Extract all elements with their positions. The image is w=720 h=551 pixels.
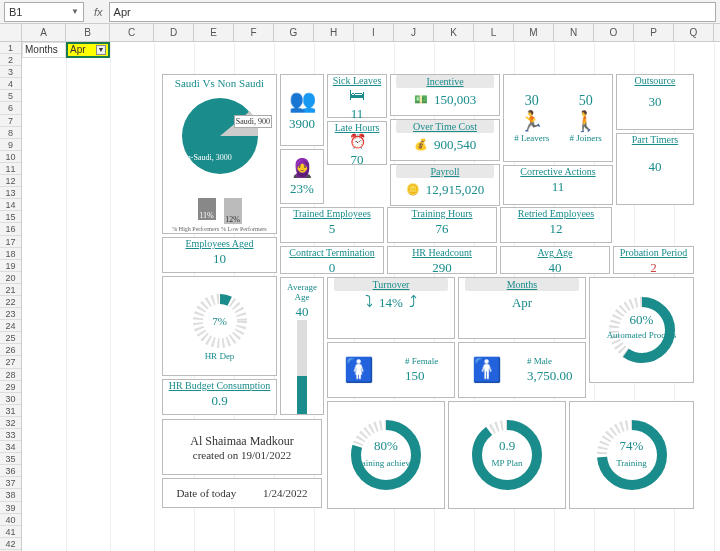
col-header[interactable]: O [594,24,634,41]
female-icon: 🚺 [344,356,374,384]
cell-b1-dropdown[interactable]: Apr▼ [66,42,110,58]
walker-icon: 🚶 [570,109,602,133]
col-header[interactable]: D [154,24,194,41]
payroll-title: Payroll [396,165,493,178]
formula-bar[interactable]: Apr [109,2,716,22]
col-header[interactable]: M [514,24,554,41]
row-header[interactable]: 31 [0,405,21,417]
author: Al Shaimaa Madkour [190,434,293,449]
row-header[interactable]: 28 [0,369,21,381]
male-icon: 🚹 [472,356,502,384]
col-header[interactable]: L [474,24,514,41]
row-header[interactable]: 41 [0,526,21,538]
row-header[interactable]: 27 [0,356,21,368]
row-header[interactable]: 15 [0,211,21,223]
row-header[interactable]: 10 [0,151,21,163]
donut-train [592,415,672,495]
runner-icon: 🏃 [514,109,549,133]
row-header[interactable]: 29 [0,381,21,393]
svg-point-8 [477,425,537,485]
select-all-corner[interactable] [0,24,22,41]
fx-label: fx [94,6,103,18]
row-header[interactable]: 17 [0,236,21,248]
row-header[interactable]: 30 [0,393,21,405]
donut-tach [346,415,426,495]
col-header[interactable]: I [354,24,394,41]
svg-point-6 [356,425,416,485]
row-header[interactable]: 1 [0,42,21,54]
cell-a1[interactable]: Months [22,42,66,58]
row-header[interactable]: 11 [0,163,21,175]
sick-title: Sick Leaves [333,75,382,86]
row-header[interactable]: 39 [0,502,21,514]
col-header[interactable]: H [314,24,354,41]
row-header[interactable]: 23 [0,308,21,320]
people-count: 3900 [289,116,315,132]
row-header[interactable]: 2 [0,54,21,66]
dropdown-icon[interactable]: ▼ [96,45,106,55]
person-icon: 🧕 [291,157,313,179]
col-header[interactable]: N [554,24,594,41]
cash-icon: 💵 [414,93,428,106]
col-header[interactable]: F [234,24,274,41]
nonsaudi-label: Non-Saudi, 3000 [177,153,232,162]
coins-icon: 🪙 [406,183,420,196]
row-header[interactable]: 38 [0,489,21,501]
row-header[interactable]: 8 [0,127,21,139]
row-header[interactable]: 42 [0,538,21,550]
col-header[interactable]: C [110,24,154,41]
svg-point-10 [602,425,662,485]
row-header[interactable]: 14 [0,199,21,211]
saudi-title: Saudi Vs Non Saudi [175,77,264,89]
col-header[interactable]: P [634,24,674,41]
row-header[interactable]: 33 [0,429,21,441]
late-title: Late Hours [335,122,380,133]
row-header[interactable]: 16 [0,223,21,235]
people-icon: 👥 [289,88,316,114]
row-header[interactable]: 7 [0,115,21,127]
pie-chart-icon [175,91,265,181]
row-header[interactable]: 20 [0,272,21,284]
row-header[interactable]: 37 [0,477,21,489]
col-header[interactable]: A [22,24,66,41]
bar-icon [297,320,307,414]
name-box[interactable]: B1▼ [4,2,84,22]
col-header[interactable]: E [194,24,234,41]
ot-title: Over Time Cost [396,120,493,133]
created-on: created on 19/01/2022 [193,449,291,461]
outsource-title: Outsource [634,75,675,86]
row-header[interactable]: 6 [0,102,21,114]
col-header[interactable]: J [394,24,434,41]
row-header[interactable]: 5 [0,90,21,102]
row-header[interactable]: 36 [0,465,21,477]
row-header[interactable]: 25 [0,332,21,344]
cycle-icon: ⤵14%⤴ [365,293,417,311]
row-header[interactable]: 3 [0,66,21,78]
row-header[interactable]: 18 [0,248,21,260]
col-header[interactable]: Q [674,24,714,41]
incentive-title: Incentive [396,75,493,88]
bed-icon: 🛏 [349,86,365,104]
row-header[interactable]: 19 [0,260,21,272]
row-header[interactable]: 4 [0,78,21,90]
clock-icon: ⏰ [349,133,366,150]
row-header[interactable]: 9 [0,139,21,151]
row-header[interactable]: 40 [0,514,21,526]
saudi-label: Saudi, 900 [234,115,272,128]
col-header[interactable]: G [274,24,314,41]
row-header[interactable]: 12 [0,175,21,187]
money-icon: 💰 [414,138,428,151]
row-header[interactable]: 13 [0,187,21,199]
row-header[interactable]: 35 [0,453,21,465]
col-header[interactable]: B [66,24,110,41]
row-header[interactable]: 24 [0,320,21,332]
row-header[interactable]: 34 [0,441,21,453]
row-header[interactable]: 22 [0,296,21,308]
pt-title: Part Timers [632,134,678,145]
donut-mp [467,415,547,495]
corrective-title: Corrective Actions [520,166,595,177]
row-header[interactable]: 26 [0,344,21,356]
row-header[interactable]: 32 [0,417,21,429]
col-header[interactable]: K [434,24,474,41]
row-header[interactable]: 21 [0,284,21,296]
